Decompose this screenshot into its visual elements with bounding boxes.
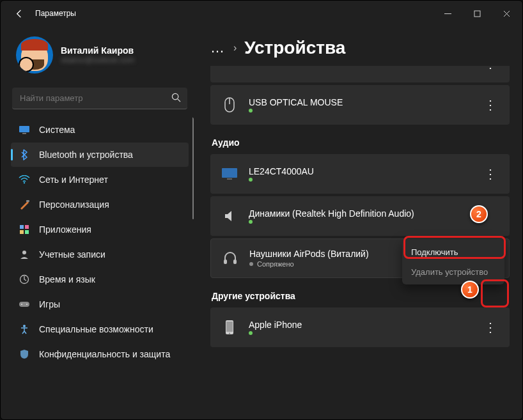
more-button[interactable]: ⋮: [480, 161, 501, 187]
person-icon: [19, 249, 30, 260]
sidebar: Виталий Каиров vkairov@outlook.com Систе…: [1, 26, 199, 419]
content: Подключено ⋮ USB OPTICAL MOUSE ⋮ Аудио: [210, 66, 510, 419]
back-button[interactable]: [11, 5, 27, 22]
device-status: Сопряжено: [257, 260, 294, 268]
svg-rect-9: [25, 230, 29, 234]
sidebar-item-label: Учетные записи: [39, 249, 105, 260]
maximize-button[interactable]: [462, 3, 492, 24]
search-box: [12, 88, 187, 109]
svg-rect-18: [222, 168, 237, 178]
window-controls: [433, 3, 521, 24]
apps-icon: [19, 224, 30, 235]
svg-rect-23: [226, 322, 233, 332]
sidebar-item-label: Время и язык: [39, 274, 95, 284]
svg-point-1: [172, 93, 178, 99]
device-name: Apple iPhone: [249, 320, 480, 330]
more-button[interactable]: ⋮: [480, 92, 501, 118]
svg-point-15: [23, 325, 26, 327]
svg-point-4: [24, 182, 25, 183]
shield-icon: [19, 348, 30, 360]
sidebar-item-label: Персонализация: [39, 199, 109, 210]
sidebar-item-system[interactable]: Система: [11, 118, 189, 142]
chevron-right-icon: ›: [233, 42, 237, 54]
svg-rect-7: [25, 225, 29, 229]
sidebar-item-gaming[interactable]: Игры: [11, 292, 189, 316]
sidebar-item-label: Конфиденциальность и защита: [39, 349, 170, 359]
sidebar-item-privacy[interactable]: Конфиденциальность и защита: [11, 342, 189, 360]
svg-rect-0: [474, 11, 480, 17]
section-audio: Аудио: [212, 137, 510, 148]
device-card-iphone[interactable]: Apple iPhone ⋮: [210, 307, 510, 347]
device-card[interactable]: Подключено ⋮: [210, 66, 510, 82]
monitor-icon: [19, 124, 30, 136]
device-name: Динамики (Realtek High Definition Audio): [249, 208, 501, 219]
svg-point-13: [21, 304, 22, 305]
mouse-icon: [219, 95, 240, 115]
keyboard-icon: [219, 66, 240, 71]
main-panel: … › Устройства Подключено ⋮: [199, 26, 522, 419]
sidebar-item-network[interactable]: Сеть и Интернет: [11, 167, 189, 192]
svg-point-10: [22, 251, 26, 254]
device-name: USB OPTICAL MOUSE: [249, 97, 480, 107]
sidebar-item-time-language[interactable]: Время и язык: [11, 267, 189, 292]
svg-rect-8: [20, 230, 24, 234]
more-button[interactable]: ⋮: [480, 66, 501, 76]
accessibility-icon: [19, 323, 30, 335]
breadcrumb: … › Устройства: [210, 33, 507, 63]
globe-clock-icon: [19, 274, 30, 285]
settings-window: Параметры Виталий Каиров vkairov@outlook…: [0, 0, 523, 420]
device-card-tv[interactable]: LE24CT4000AU ⋮: [210, 154, 510, 194]
annotation-badge-1: 1: [461, 281, 479, 299]
sidebar-item-label: Игры: [39, 299, 60, 309]
svg-point-24: [229, 333, 230, 334]
profile-email: vkairov@outlook.com: [61, 56, 134, 65]
speaker-icon: [219, 206, 240, 226]
device-card-speakers[interactable]: Динамики (Realtek High Definition Audio): [210, 196, 510, 236]
svg-rect-19: [227, 178, 232, 180]
tv-icon: [219, 164, 240, 184]
avatar: [16, 36, 53, 74]
sidebar-item-personalization[interactable]: Персонализация: [11, 192, 189, 217]
sidebar-item-label: Приложения: [39, 224, 91, 235]
search-input[interactable]: [12, 88, 187, 109]
sidebar-item-label: Система: [39, 125, 75, 135]
sidebar-item-label: Bluetooth и устройства: [39, 150, 133, 160]
sidebar-item-accounts[interactable]: Учетные записи: [11, 242, 189, 267]
wifi-icon: [19, 174, 30, 185]
svg-rect-5: [26, 200, 29, 202]
sidebar-item-label: Специальные возможности: [39, 324, 153, 334]
profile-block[interactable]: Виталий Каиров vkairov@outlook.com: [1, 31, 199, 84]
headphones-icon: [220, 248, 240, 268]
breadcrumb-ellipsis[interactable]: …: [210, 40, 226, 56]
minimize-button[interactable]: [433, 3, 462, 24]
device-name: LE24CT4000AU: [249, 166, 480, 176]
annotation-badge-2: 2: [470, 205, 488, 223]
svg-rect-12: [19, 302, 29, 307]
context-menu: Подключить Удалить устройство: [402, 240, 504, 284]
phone-icon: [219, 317, 240, 338]
sidebar-item-label: Сеть и Интернет: [39, 175, 108, 185]
titlebar: Параметры: [1, 1, 522, 26]
svg-rect-21: [233, 260, 237, 264]
page-title: Устройства: [244, 38, 345, 58]
bluetooth-icon: [19, 149, 30, 160]
more-button[interactable]: ⋮: [480, 315, 501, 340]
sidebar-item-apps[interactable]: Приложения: [11, 217, 189, 242]
sidebar-item-bluetooth[interactable]: Bluetooth и устройства: [11, 143, 189, 167]
menu-connect[interactable]: Подключить: [402, 242, 504, 262]
device-card-mouse[interactable]: USB OPTICAL MOUSE ⋮: [210, 85, 510, 125]
sidebar-item-accessibility[interactable]: Специальные возможности: [11, 317, 189, 341]
nav: Система Bluetooth и устройства Сеть и Ин…: [6, 117, 194, 360]
svg-rect-6: [20, 225, 24, 229]
window-title: Параметры: [35, 9, 76, 18]
gamepad-icon: [19, 299, 30, 310]
svg-rect-20: [224, 260, 227, 264]
svg-point-14: [26, 304, 27, 305]
close-button[interactable]: [492, 3, 521, 24]
menu-remove[interactable]: Удалить устройство: [402, 262, 504, 282]
profile-name: Виталий Каиров: [61, 45, 134, 56]
brush-icon: [19, 199, 30, 210]
search-icon: [171, 93, 181, 104]
svg-rect-3: [22, 133, 26, 134]
svg-rect-2: [19, 126, 29, 132]
